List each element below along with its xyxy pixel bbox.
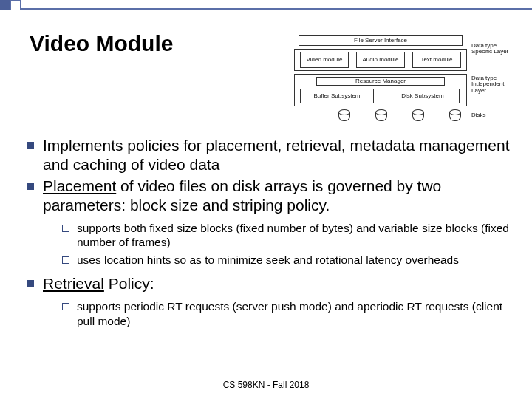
bullet-text-rest: Policy: bbox=[104, 275, 154, 292]
diagram-video-module: Video module bbox=[300, 52, 349, 68]
bullet-text: Implements policies for placement, retri… bbox=[43, 137, 509, 173]
diagram-resource-manager: Resource Manager bbox=[316, 77, 445, 86]
diagram-audio-module: Audio module bbox=[356, 52, 405, 68]
diagram-buffer-subsystem: Buffer Subsystem bbox=[300, 89, 374, 103]
diagram-disk-subsystem: Disk Subsystem bbox=[386, 89, 460, 103]
slide-title: Video Module bbox=[30, 31, 173, 56]
architecture-diagram: File Server Interface Video module Audio… bbox=[294, 35, 516, 124]
sub-bullet-item: supports both fixed size blocks (fixed n… bbox=[43, 221, 511, 250]
bullet-underline-prefix: Placement bbox=[43, 177, 116, 194]
diagram-text-module: Text module bbox=[412, 52, 461, 68]
slide-body: Implements policies for placement, retri… bbox=[21, 136, 511, 335]
diagram-label-disks: Disks bbox=[471, 112, 486, 118]
sub-bullet-item: uses location hints so as to minimize se… bbox=[43, 253, 511, 267]
sub-bullet-item: supports periodic RT requests (server pu… bbox=[43, 299, 511, 328]
diagram-label-specific-layer: Data type Specific Layer bbox=[471, 43, 514, 55]
slide-footer: CS 598KN - Fall 2018 bbox=[0, 380, 532, 390]
bullet-item: Implements policies for placement, retri… bbox=[21, 136, 511, 175]
bullet-underline-prefix: Retrieval bbox=[43, 275, 104, 292]
bullet-item: Retrieval Policy: supports periodic RT r… bbox=[21, 274, 511, 328]
accent-bar bbox=[0, 0, 532, 10]
diagram-file-server-interface: File Server Interface bbox=[299, 35, 463, 46]
diagram-label-independent-layer: Data type Independent Layer bbox=[471, 75, 517, 94]
bullet-item: Placement of video files on disk arrays … bbox=[21, 177, 511, 267]
